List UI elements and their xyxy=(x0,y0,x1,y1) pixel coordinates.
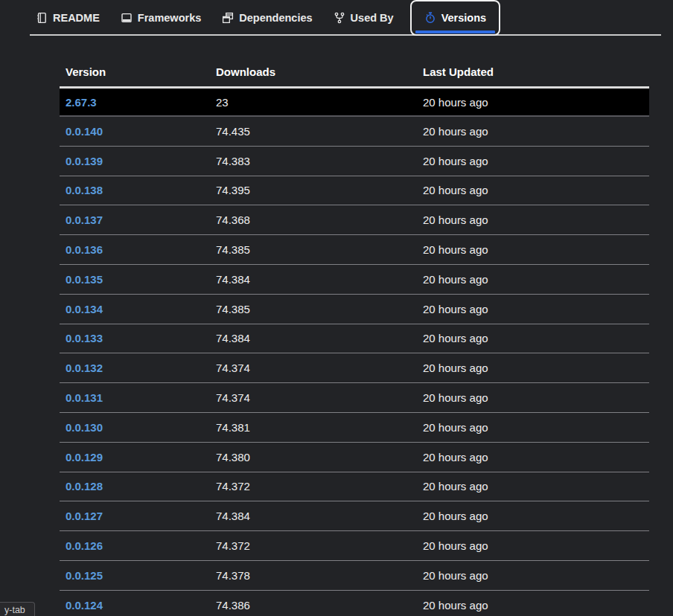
table-row: 0.0.130 74.381 20 hours ago xyxy=(60,413,649,443)
table-row: 0.0.134 74.385 20 hours ago xyxy=(60,295,649,324)
version-link[interactable]: 0.0.136 xyxy=(66,243,103,256)
version-link[interactable]: 0.0.139 xyxy=(66,155,103,167)
version-link[interactable]: 0.0.132 xyxy=(66,362,103,374)
tab-frameworks[interactable]: Frameworks xyxy=(110,3,211,33)
version-link[interactable]: 0.0.126 xyxy=(66,539,103,552)
downloads-value: 74.383 xyxy=(210,155,417,167)
version-link[interactable]: 0.0.127 xyxy=(66,510,103,522)
table-row: 0.0.125 74.378 20 hours ago xyxy=(60,561,649,591)
version-link[interactable]: 2.67.3 xyxy=(66,96,97,109)
readme-icon xyxy=(36,12,48,24)
downloads-value: 74.374 xyxy=(210,391,417,404)
table-row: 0.0.138 74.395 20 hours ago xyxy=(60,176,649,206)
tab-label: Frameworks xyxy=(138,12,201,24)
frameworks-icon xyxy=(121,12,133,24)
package-page: README Frameworks Dependencies xyxy=(0,0,673,616)
version-link[interactable]: 0.0.125 xyxy=(66,569,103,582)
table-row: 0.0.126 74.372 20 hours ago xyxy=(60,531,649,561)
table-row: 0.0.124 74.386 20 hours ago xyxy=(60,591,649,616)
downloads-value: 74.384 xyxy=(210,273,417,286)
table-row: 0.0.128 74.372 20 hours ago xyxy=(60,472,649,502)
dependencies-icon xyxy=(222,12,234,24)
last-updated-value: 20 hours ago xyxy=(417,332,649,344)
downloads-value: 74.386 xyxy=(210,599,417,612)
last-updated-value: 20 hours ago xyxy=(417,569,649,582)
downloads-value: 74.395 xyxy=(210,184,417,196)
last-updated-value: 20 hours ago xyxy=(417,599,649,612)
status-bubble-text: y-tab xyxy=(4,605,25,615)
last-updated-value: 20 hours ago xyxy=(417,539,649,552)
last-updated-value: 20 hours ago xyxy=(417,184,649,196)
table-row: 0.0.127 74.384 20 hours ago xyxy=(60,501,649,531)
version-link[interactable]: 0.0.128 xyxy=(66,480,103,493)
tab-dependencies[interactable]: Dependencies xyxy=(211,3,322,33)
last-updated-value: 20 hours ago xyxy=(417,155,649,167)
last-updated-value: 20 hours ago xyxy=(417,303,649,315)
version-link[interactable]: 0.0.130 xyxy=(66,421,103,434)
downloads-value: 74.378 xyxy=(210,569,417,582)
version-link[interactable]: 0.0.131 xyxy=(66,391,103,404)
version-link[interactable]: 0.0.134 xyxy=(66,303,103,315)
tab-used-by[interactable]: Used By xyxy=(323,3,404,33)
last-updated-value: 20 hours ago xyxy=(417,421,649,434)
last-updated-value: 20 hours ago xyxy=(417,480,649,493)
table-row: 0.0.135 74.384 20 hours ago xyxy=(60,265,649,295)
tab-versions[interactable]: Versions xyxy=(410,0,500,36)
table-row: 0.0.129 74.380 20 hours ago xyxy=(60,443,649,472)
downloads-value: 74.435 xyxy=(210,125,417,138)
last-updated-value: 20 hours ago xyxy=(417,214,649,226)
versions-icon xyxy=(424,12,436,24)
tab-label: README xyxy=(53,12,100,24)
versions-table: Version Downloads Last Updated 2.67.3 23… xyxy=(60,57,649,616)
downloads-value: 74.372 xyxy=(210,539,417,552)
table-body: 2.67.3 23 20 hours ago 0.0.140 74.435 20… xyxy=(60,86,649,616)
last-updated-value: 20 hours ago xyxy=(417,362,649,374)
last-updated-value: 20 hours ago xyxy=(417,391,649,404)
version-link[interactable]: 0.0.140 xyxy=(66,125,103,138)
column-header-last-updated: Last Updated xyxy=(417,65,649,78)
version-link[interactable]: 0.0.124 xyxy=(66,599,103,612)
tab-label: Versions xyxy=(441,12,486,24)
version-link[interactable]: 0.0.135 xyxy=(66,273,103,286)
table-header-row: Version Downloads Last Updated xyxy=(60,57,649,86)
downloads-value: 23 xyxy=(210,96,417,109)
version-link[interactable]: 0.0.138 xyxy=(66,184,103,196)
downloads-value: 74.385 xyxy=(210,243,417,256)
last-updated-value: 20 hours ago xyxy=(417,125,649,138)
last-updated-value: 20 hours ago xyxy=(417,96,649,109)
table-row: 0.0.131 74.374 20 hours ago xyxy=(60,383,649,413)
table-row: 0.0.133 74.384 20 hours ago xyxy=(60,324,649,354)
tab-label: Used By xyxy=(351,12,394,24)
used-by-icon xyxy=(334,12,345,24)
downloads-value: 74.385 xyxy=(210,303,417,315)
table-row: 0.0.140 74.435 20 hours ago xyxy=(60,117,649,147)
version-link[interactable]: 0.0.137 xyxy=(66,214,103,226)
downloads-value: 74.384 xyxy=(210,332,417,344)
last-updated-value: 20 hours ago xyxy=(417,510,649,522)
column-header-version: Version xyxy=(60,65,210,78)
status-bubble: y-tab xyxy=(0,602,35,616)
version-link[interactable]: 0.0.133 xyxy=(66,332,103,344)
tab-bar: README Frameworks Dependencies xyxy=(30,0,661,36)
table-row: 0.0.137 74.368 20 hours ago xyxy=(60,205,649,235)
last-updated-value: 20 hours ago xyxy=(417,451,649,463)
column-header-downloads: Downloads xyxy=(210,65,417,78)
version-link[interactable]: 0.0.129 xyxy=(66,451,103,463)
tab-label: Dependencies xyxy=(239,12,312,24)
table-row: 0.0.132 74.374 20 hours ago xyxy=(60,353,649,383)
downloads-value: 74.374 xyxy=(210,362,417,374)
table-row: 0.0.139 74.383 20 hours ago xyxy=(60,147,649,176)
downloads-value: 74.381 xyxy=(210,421,417,434)
table-row: 0.0.136 74.385 20 hours ago xyxy=(60,235,649,265)
downloads-value: 74.372 xyxy=(210,480,417,493)
downloads-value: 74.380 xyxy=(210,451,417,463)
last-updated-value: 20 hours ago xyxy=(417,243,649,256)
downloads-value: 74.368 xyxy=(210,214,417,226)
table-row: 2.67.3 23 20 hours ago xyxy=(60,86,649,117)
downloads-value: 74.384 xyxy=(210,510,417,522)
last-updated-value: 20 hours ago xyxy=(417,273,649,286)
tab-readme[interactable]: README xyxy=(30,3,110,33)
